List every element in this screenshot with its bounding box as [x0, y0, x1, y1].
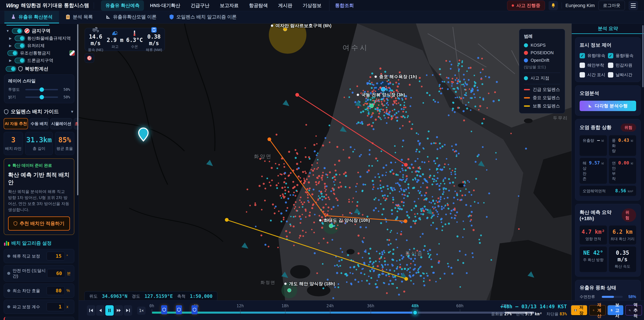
mode-ai-recommend-button[interactable]: AI 자동 추천: [4, 118, 28, 129]
playback-speed-button[interactable]: 1×: [137, 306, 146, 315]
apply-recommendation-button[interactable]: 추천 배치안 적용하기: [8, 216, 70, 231]
timeline-track[interactable]: [152, 311, 534, 314]
polygon-analysis-button[interactable]: 다각형 분석수행: [580, 101, 636, 111]
app-root: Wing 해양환경 위기대응 통합시스템 유출유 확산예측 HNS·대기확산 긴…: [0, 0, 644, 320]
bullet-icon: [7, 254, 10, 258]
weather-value: 2.9 m: [105, 37, 125, 43]
nav-item-weather[interactable]: 기상정보: [298, 0, 326, 11]
mode-manual-button[interactable]: 수동 배치: [30, 118, 49, 129]
set-square-icon: [588, 104, 592, 108]
svg-text:화정면: 화정면: [260, 280, 276, 285]
tab-spill-analysis[interactable]: 유출유 확산분석: [4, 11, 59, 23]
legend-label: KOSPS: [531, 43, 546, 48]
stat-label: 평균 효율: [56, 146, 73, 151]
setting-label: 파고 보정 계수: [12, 304, 40, 309]
caret-down-icon[interactable]: ▼: [70, 110, 74, 114]
layer-toggle[interactable]: [14, 43, 25, 49]
legend-line-icon: [524, 105, 530, 107]
layer-label: 황산화물배출규제지역: [27, 36, 71, 41]
button-label: 보고서: [614, 302, 620, 319]
weather-widget: 14.6 m/s 풍속 (NE) 2.9 m 파고 6.3°C 수온 0.38 …: [85, 28, 165, 51]
layer-row-tanker-ban[interactable]: 유조선통행금지: [3, 49, 75, 57]
tab-diffusion-model-theory[interactable]: 유출유확산모델 이론: [99, 11, 163, 23]
layer-label: 북방한계선: [25, 66, 48, 72]
timeline-tick-label: 60h: [456, 303, 464, 308]
step-back-button[interactable]: [96, 305, 104, 316]
layer-toggle[interactable]: [14, 58, 25, 63]
checkbox-time-display[interactable]: 시간 표시: [580, 72, 608, 78]
svg-text:두무리: 두무리: [553, 115, 568, 121]
caret-down-icon[interactable]: ▼: [6, 29, 10, 33]
nav-item-rescue[interactable]: 긴급구난: [186, 0, 214, 11]
timeline-thumb[interactable]: [412, 310, 418, 315]
defense-line-card-1[interactable]: 1차 방어선 (고강도 차단형) 긴급 길이8043m 각도303° 차단 효율…: [4, 317, 74, 320]
backtrack-button[interactable]: 역추적: [626, 305, 642, 315]
checkbox-datetime[interactable]: 날짜시간: [608, 72, 636, 78]
menu-button[interactable]: [628, 1, 638, 10]
mode-simulation-button[interactable]: 시뮬레이션: [50, 118, 72, 129]
brightness-slider[interactable]: [25, 97, 58, 98]
notifications-button[interactable]: [548, 1, 558, 10]
layer-toggle[interactable]: [6, 66, 16, 72]
nav-item-board[interactable]: 게시판: [274, 0, 297, 11]
recenter-target-button[interactable]: [85, 53, 94, 63]
lon-value: 127.5159°E: [144, 293, 173, 299]
slider-value: 50%: [61, 95, 70, 99]
layer-row-nll[interactable]: 북방한계선: [3, 65, 75, 73]
skip-end-button[interactable]: [124, 305, 132, 316]
layer-label: 유조선통행금지: [20, 50, 50, 56]
recalculate-button[interactable]: 재계산: [589, 305, 606, 315]
layer-row-restricted-zone[interactable]: ▼ 금지구역: [3, 27, 75, 35]
checkbox-current-dir[interactable]: ✓유향/유속: [580, 53, 608, 58]
pause-button[interactable]: [105, 305, 114, 316]
layer-row-sox-zone[interactable]: ▶ 황산화물배출규제지역: [3, 35, 75, 42]
tab-analysis-list[interactable]: 분석 목록: [59, 11, 99, 23]
caret-right-icon[interactable]: ▶: [8, 36, 12, 40]
stat-total-length: 31.3km 총 길이: [25, 132, 53, 155]
tab-boom-algorithm-theory[interactable]: 오일펜스 배치 알고리즘 이론: [163, 11, 243, 23]
skip-start-button[interactable]: [87, 305, 95, 316]
layer-toggle[interactable]: [12, 28, 22, 34]
setting-input[interactable]: 1: [46, 302, 65, 311]
nav-item-spill-forecast[interactable]: 유출유 확산예측: [101, 0, 144, 11]
layer-toggle[interactable]: [8, 50, 18, 56]
hamburger-icon: [631, 3, 636, 8]
boom-guide-header[interactable]: 오일펜스 배치 가이드 ▼: [4, 108, 74, 115]
timeline-tick-label: 36h: [367, 303, 374, 308]
nav-item-reports[interactable]: 보고자료: [216, 0, 243, 11]
setting-input[interactable]: 15: [46, 252, 65, 260]
boom-deploy-marker[interactable]: [161, 305, 167, 314]
shield-icon: [169, 14, 174, 20]
layer-style-swatch-icon[interactable]: [69, 50, 75, 56]
boom-deploy-marker[interactable]: [176, 305, 182, 314]
nav-item-integrated-search[interactable]: 통합조회: [329, 0, 358, 11]
report-icon: [611, 308, 613, 312]
panel-scrollbar[interactable]: [642, 25, 644, 87]
layer-row-drone-ban[interactable]: ▶ 드론금지구역: [3, 57, 75, 64]
sidebar-scrollbar[interactable]: [77, 24, 78, 195]
checkbox-wind-dir[interactable]: ✓풍향/풍속: [608, 53, 636, 58]
setting-input[interactable]: 80: [46, 286, 65, 295]
caret-right-icon[interactable]: ▶: [8, 58, 12, 62]
scale-label: 축척: [177, 293, 186, 299]
setting-input[interactable]: 60: [47, 269, 65, 278]
opacity-slider[interactable]: [25, 89, 58, 90]
layer-row-dispersant[interactable]: ▶ 유처리제: [3, 42, 75, 49]
logout-button[interactable]: 로그아웃: [598, 1, 625, 10]
checkbox-shore-attach[interactable]: 해안부착: [580, 62, 608, 68]
report-button[interactable]: 보고서: [608, 305, 624, 315]
nav-item-hns[interactable]: HNS·대기확산: [146, 0, 184, 11]
weather-label: 풍속 (NE): [86, 48, 105, 52]
timeline-tick-label: 18h: [282, 303, 289, 308]
legend-label: 보통 오일펜스: [533, 103, 560, 109]
boom-deploy-marker[interactable]: [192, 305, 198, 314]
layer-toggle[interactable]: [14, 36, 25, 41]
save-button[interactable]: 저장: [571, 305, 588, 315]
caret-right-icon[interactable]: ▶: [8, 44, 12, 48]
fast-forward-button[interactable]: [114, 305, 123, 316]
nav-item-aerial[interactable]: 항공탐색: [245, 0, 272, 11]
recommendation-title: 확산 예측 기반 최적 배치안: [8, 171, 70, 186]
tab-analysis-summary[interactable]: 분석 요약: [572, 24, 644, 34]
map-canvas[interactable]: 여자만 람사르보호구역 (6h)종포 해수욕장 (1h)국동 전복 양식장 (3…: [79, 24, 572, 300]
checkbox-sensitive-resources[interactable]: 민감자원: [608, 62, 636, 68]
